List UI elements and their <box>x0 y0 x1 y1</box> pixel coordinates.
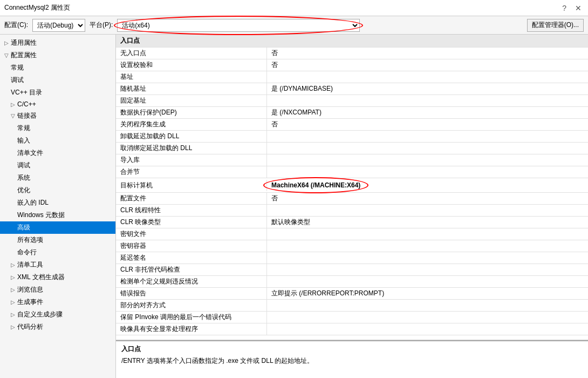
prop-value <box>267 269 588 271</box>
toggle-icon: ▷ <box>4 40 9 46</box>
sidebar-item-build-events[interactable]: ▷ 生成事件 <box>0 296 115 308</box>
main-layout: ▷ 通用属性 ▽ 配置属性 常规 调试 VC++ 目录 ▷ C/C++ ▽ 链接… <box>0 35 588 378</box>
prop-name: 关闭程序集生成 <box>116 119 267 130</box>
prop-name: 设置校验和 <box>116 59 267 71</box>
sidebar-item-linker-winmeta[interactable]: Windows 元数据 <box>0 209 115 221</box>
table-row[interactable]: 映像具有安全显常处理程序 <box>116 323 588 335</box>
prop-name: 取消绑定延迟加载的 DLL <box>116 143 267 154</box>
table-row[interactable]: 无入口点 否 <box>116 48 588 59</box>
sidebar-item-custom-build[interactable]: ▷ 自定义生成步骤 <box>0 308 115 321</box>
section-header: 入口点 <box>116 35 588 48</box>
table-row[interactable]: CLR 映像类型 默认映像类型 <box>116 217 588 228</box>
bottom-panel: 入口点 /ENTRY 选项将某个入口函数指定为 .exe 文件或 DLL 的起始… <box>116 340 588 378</box>
table-row[interactable]: 随机基址 是 (/DYNAMICBASE) <box>116 83 588 95</box>
prop-name: 导入库 <box>116 154 267 166</box>
sidebar-item-cpp[interactable]: ▷ C/C++ <box>0 99 115 110</box>
sidebar-item-xml-gen[interactable]: ▷ XML 文档生成器 <box>0 271 115 284</box>
sidebar-item-linker-optimize[interactable]: 优化 <box>0 184 115 197</box>
sidebar-label: 自定义生成步骤 <box>17 310 63 319</box>
sidebar-item-debug[interactable]: 调试 <box>0 74 115 86</box>
table-row[interactable]: 设置校验和 否 <box>116 59 588 71</box>
sidebar-item-linker-system[interactable]: 系统 <box>0 172 115 184</box>
table-row[interactable]: 取消绑定延迟加载的 DLL <box>116 143 588 154</box>
sidebar-item-changgui[interactable]: 常规 <box>0 62 115 74</box>
sidebar-item-general-props[interactable]: ▷ 通用属性 <box>0 37 115 49</box>
sidebar-item-manifest-tool[interactable]: ▷ 清单工具 <box>0 259 115 271</box>
table-row[interactable]: CLR 线程特性 <box>116 205 588 217</box>
table-row[interactable]: 关闭程序集生成 否 <box>116 119 588 131</box>
table-row[interactable]: 数据执行保护(DEP) 是 (/NXCOMPAT) <box>116 107 588 119</box>
sidebar-item-linker-idl[interactable]: 嵌入的 IDL <box>0 197 115 209</box>
table-row[interactable]: 配置文件 否 <box>116 193 588 205</box>
sidebar-item-linker-input[interactable]: 输入 <box>0 134 115 147</box>
table-row[interactable]: CLR 非托管代码检查 <box>116 264 588 276</box>
sidebar-item-linker-general[interactable]: 常规 <box>0 122 115 134</box>
table-row[interactable]: 密钥容器 <box>116 240 588 252</box>
sidebar-label: 浏览信息 <box>17 285 43 294</box>
sidebar-item-linker-advanced[interactable]: 高级 <box>0 221 115 234</box>
prop-value <box>267 76 588 78</box>
toggle-icon: ▷ <box>11 312 15 318</box>
prop-value: 否 <box>267 48 588 59</box>
prop-name: 数据执行保护(DEP) <box>116 107 267 118</box>
table-row[interactable]: 延迟签名 <box>116 252 588 264</box>
prop-value <box>267 100 588 102</box>
sidebar-label: C/C++ <box>17 100 36 108</box>
close-button[interactable]: ✕ <box>573 4 584 12</box>
sidebar-item-linker-manifest[interactable]: 清单文件 <box>0 147 115 159</box>
prop-value <box>267 316 588 319</box>
platform-select[interactable]: 活动(x64) <box>117 19 360 32</box>
sidebar-item-linker[interactable]: ▽ 链接器 <box>0 110 115 122</box>
prop-name: 密钥文件 <box>116 228 267 240</box>
table-row[interactable]: 密钥文件 <box>116 228 588 240</box>
prop-value: 否 <box>267 119 588 130</box>
table-row[interactable]: 基址 <box>116 71 588 83</box>
table-row[interactable]: 错误报告 立即提示 (/ERRORREPORT:PROMPT) <box>116 288 588 300</box>
prop-value <box>267 245 588 247</box>
prop-name: CLR 非托管代码检查 <box>116 264 267 275</box>
sidebar-item-code-analysis[interactable]: ▷ 代码分析 <box>0 321 115 333</box>
toggle-icon: ▷ <box>11 262 15 268</box>
help-button[interactable]: ? <box>560 4 569 12</box>
table-row[interactable]: 卸载延迟加载的 DLL <box>116 131 588 143</box>
table-row-target-machine[interactable]: 目标计算机 MachineX64 (/MACHINE:X64) <box>116 178 588 193</box>
sidebar-label: XML 文档生成器 <box>17 273 65 282</box>
prop-name: 固定基址 <box>116 95 267 106</box>
prop-value <box>267 159 588 161</box>
prop-value <box>267 281 588 283</box>
sidebar-item-vcpp[interactable]: VC++ 目录 <box>0 86 115 99</box>
machine-highlight-wrapper: MachineX64 (/MACHINE:X64) <box>271 181 360 189</box>
toggle-icon: ▽ <box>11 113 15 119</box>
sidebar-item-browse[interactable]: ▷ 浏览信息 <box>0 284 115 296</box>
prop-name: 卸载延迟加载的 DLL <box>116 131 267 142</box>
sidebar-label: 配置属性 <box>11 51 37 60</box>
toggle-icon: ▷ <box>11 102 15 107</box>
prop-value: 否 <box>267 193 588 204</box>
table-row[interactable]: 保留 PInvoke 调用的最后一个错误代码 <box>116 312 588 323</box>
table-row[interactable]: 检测单个定义规则违反情况 <box>116 276 588 288</box>
sidebar-label: 链接器 <box>17 111 37 120</box>
table-row[interactable]: 固定基址 <box>116 95 588 107</box>
prop-name: CLR 线程特性 <box>116 205 267 216</box>
bottom-panel-title: 入口点 <box>121 345 583 354</box>
sidebar-item-linker-debug[interactable]: 调试 <box>0 159 115 172</box>
toggle-icon: ▷ <box>11 299 15 305</box>
content-area: 入口点 无入口点 否 设置校验和 否 基址 随机基址 是 (/DYNAMICBA… <box>116 35 588 378</box>
table-row[interactable]: 合并节 <box>116 166 588 178</box>
sidebar-label: 清单工具 <box>17 260 43 269</box>
toggle-icon: ▷ <box>11 324 15 330</box>
sidebar-item-linker-cmdline[interactable]: 命令行 <box>0 246 115 259</box>
config-select[interactable]: 活动(Debug) <box>32 19 85 32</box>
prop-name: 密钥容器 <box>116 240 267 252</box>
table-row[interactable]: 导入库 <box>116 154 588 166</box>
sidebar-item-config-props[interactable]: ▽ 配置属性 <box>0 49 115 62</box>
config-manager-button[interactable]: 配置管理器(O)... <box>527 19 584 32</box>
sidebar-item-linker-all[interactable]: 所有选项 <box>0 234 115 246</box>
sidebar-label: 生成事件 <box>17 298 43 307</box>
prop-name: 基址 <box>116 71 267 83</box>
platform-select-wrapper: 活动(x64) <box>117 19 360 32</box>
table-row[interactable]: 部分的对齐方式 <box>116 300 588 312</box>
prop-value <box>267 233 588 235</box>
platform-label: 平台(P): <box>90 21 113 30</box>
prop-name-target: 目标计算机 <box>116 180 267 191</box>
